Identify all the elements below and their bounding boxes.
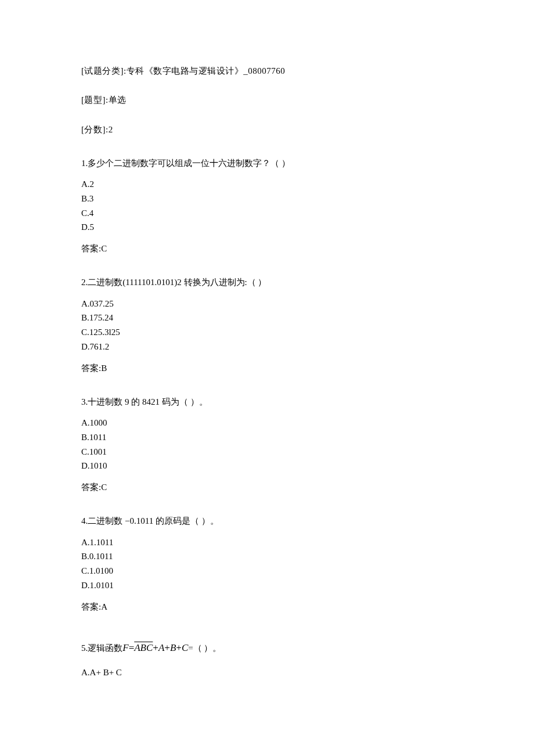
option-label: D. [81, 461, 90, 470]
option-a: A.2 [81, 177, 453, 192]
option-value: 1.1011 [90, 538, 114, 547]
option-b: B.1011 [81, 430, 453, 445]
option-label: A. [81, 299, 90, 308]
formula-a: A [158, 642, 164, 655]
question-3: 3.十进制数 9 的 8421 码为（ ）。 A.1000 B.1011 C.1… [81, 396, 453, 494]
option-label: B. [81, 194, 89, 203]
question-body: 多少个二进制数字可以组成一位十六进制数字？（ ） [88, 159, 290, 168]
meta-score-label: [分数]: [81, 125, 109, 134]
option-label: A. [81, 418, 90, 427]
option-a: A.A+ B+ C [81, 665, 453, 680]
option-d: D.761.2 [81, 340, 453, 354]
question-body: 二进制数 −0.1011 的原码是（ ）。 [88, 516, 218, 525]
formula-plus: + [176, 642, 182, 655]
question-text: 4.二进制数 −0.1011 的原码是（ ）。 [81, 515, 453, 527]
meta-type-label: [题型]: [81, 95, 109, 105]
question-prefix: 逻辑函数 [88, 642, 122, 654]
meta-category-label: [试题分类]: [81, 66, 127, 75]
option-label: C. [81, 208, 89, 218]
option-c: C.1001 [81, 445, 453, 459]
question-answer: 答案:A [81, 601, 453, 613]
option-b: B.0.1011 [81, 549, 453, 564]
option-d: D.5 [81, 220, 453, 235]
option-value: 1000 [90, 418, 107, 427]
question-answer: 答案:C [81, 481, 453, 493]
answer-label: 答案: [81, 602, 101, 611]
option-label: D. [81, 342, 90, 351]
option-label: B. [81, 552, 89, 561]
option-label: C. [81, 327, 89, 337]
option-a: A.1.1011 [81, 535, 453, 550]
question-options: A.2 B.3 C.4 D.5 [81, 177, 453, 235]
meta-score-value: 2 [109, 125, 113, 134]
question-options: A.1000 B.1011 C.1001 D.1010 [81, 416, 453, 473]
option-a: A.1000 [81, 416, 453, 430]
option-label: B. [81, 433, 89, 442]
answer-value: A [101, 602, 107, 611]
question-number: 1. [81, 159, 88, 168]
option-c: C.125.3l25 [81, 325, 453, 340]
option-value: 1011 [89, 433, 106, 442]
option-value: 037.25 [90, 299, 114, 308]
meta-category: [试题分类]:专科《数字电路与逻辑设计》_08007760 [81, 65, 453, 77]
question-text: 5.逻辑函数 F = ABC + A + B + C =（ ）。 [81, 642, 453, 655]
option-value: 1010 [90, 461, 107, 470]
formula-plus: + [153, 642, 158, 655]
option-d: D.1010 [81, 459, 453, 473]
formula-b: B [170, 642, 176, 655]
option-label: C. [81, 447, 89, 456]
option-label: A. [81, 179, 90, 189]
formula-c: C [182, 642, 188, 655]
question-tail: =（ ）。 [188, 642, 221, 654]
option-value: 125.3l25 [89, 327, 120, 337]
formula-plus: + [164, 642, 170, 655]
option-label: D. [81, 581, 90, 590]
option-value: 3 [89, 194, 94, 203]
answer-label: 答案: [81, 483, 101, 492]
option-label: A. [81, 538, 90, 547]
option-b: B.3 [81, 192, 453, 206]
question-answer: 答案:B [81, 362, 453, 374]
question-text: 2.二进制数(1111101.0101)2 转换为八进制为:（ ） [81, 276, 453, 288]
answer-value: C [101, 244, 107, 253]
question-body: 十进制数 9 的 8421 码为（ ）。 [88, 397, 207, 406]
question-number: 5. [81, 642, 88, 654]
option-value: 0.1011 [89, 552, 113, 561]
formula-eq: = [129, 642, 135, 655]
option-value: 5 [90, 222, 95, 232]
answer-value: C [101, 483, 107, 492]
question-number: 3. [81, 397, 88, 406]
option-value: 1.0100 [89, 566, 113, 575]
option-value: A+ B+ C [90, 668, 122, 677]
option-d: D.1.0101 [81, 578, 453, 593]
option-c: C.4 [81, 206, 453, 221]
option-label: B. [81, 313, 89, 322]
meta-type: [题型]:单选 [81, 94, 453, 106]
option-value: 1001 [89, 447, 107, 456]
question-options: A.1.1011 B.0.1011 C.1.0100 D.1.0101 [81, 535, 453, 593]
question-options: A.037.25 B.175.24 C.125.3l25 D.761.2 [81, 297, 453, 354]
meta-score: [分数]:2 [81, 124, 453, 135]
option-label: A. [81, 668, 90, 677]
meta-type-value: 单选 [109, 95, 127, 105]
question-number: 4. [81, 516, 88, 525]
answer-value: B [101, 363, 107, 373]
answer-label: 答案: [81, 363, 101, 373]
answer-label: 答案: [81, 244, 101, 253]
question-4: 4.二进制数 −0.1011 的原码是（ ）。 A.1.1011 B.0.101… [81, 515, 453, 613]
meta-category-value: 专科《数字电路与逻辑设计》_08007760 [127, 66, 286, 75]
formula-f: F [122, 642, 128, 655]
formula-abc-overline: ABC [134, 642, 153, 655]
question-text: 3.十进制数 9 的 8421 码为（ ）。 [81, 396, 453, 408]
option-c: C.1.0100 [81, 564, 453, 578]
question-number: 2. [81, 278, 88, 287]
option-value: 4 [89, 208, 94, 218]
question-1: 1.多少个二进制数字可以组成一位十六进制数字？（ ） A.2 B.3 C.4 D… [81, 157, 453, 255]
question-2: 2.二进制数(1111101.0101)2 转换为八进制为:（ ） A.037.… [81, 276, 453, 374]
option-value: 2 [90, 179, 95, 189]
question-answer: 答案:C [81, 243, 453, 254]
option-value: 1.0101 [90, 581, 114, 590]
question-5: 5.逻辑函数 F = ABC + A + B + C =（ ）。 A.A+ B+… [81, 642, 453, 680]
option-label: C. [81, 566, 89, 575]
option-value: 175.24 [89, 313, 113, 322]
